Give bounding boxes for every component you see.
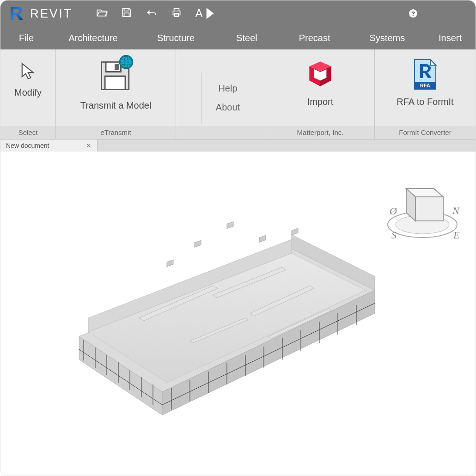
app-window: REVIT A ? File Architecture Str [0,0,476,476]
app-title: REVIT [30,6,73,21]
menu-steel[interactable]: Steel [222,33,285,43]
svg-rect-29 [195,240,201,247]
rfa-file-icon: RFA [409,58,441,91]
document-tab[interactable]: New document ✕ [0,140,98,152]
import-button[interactable] [304,55,337,93]
undo-icon[interactable] [146,6,158,20]
svg-rect-28 [167,260,173,267]
menu-structure[interactable]: Structure [143,33,222,43]
menu-precast[interactable]: Precast [285,33,356,43]
modify-button[interactable] [18,55,38,84]
menu-architecture[interactable]: Architecture [55,33,143,43]
panel-import: Import Matterport, Inc. [266,49,375,139]
transmit-button[interactable] [96,55,136,97]
panel-modify: Modify Select [0,49,56,139]
menu-insert[interactable]: Insert [425,33,466,43]
svg-rect-1 [115,64,119,70]
panel-rfa: RFA RFA to FormIt FormIt Converter [375,49,476,139]
close-icon[interactable]: ✕ [86,142,92,149]
panel-modify-footer: Select [0,126,55,139]
menu-file[interactable]: File [10,33,55,43]
rfa-button[interactable]: RFA [409,55,441,93]
svg-rect-32 [292,228,298,235]
panel-help: Help About [176,49,266,139]
help-button[interactable]: Help [218,83,237,94]
svg-text:RFA: RFA [420,83,430,88]
quick-access-toolbar: A [96,6,216,20]
compass-w: Ø [389,205,397,217]
save-icon[interactable] [121,6,133,20]
import-label: Import [307,97,334,107]
svg-rect-2 [105,76,125,90]
panel-transmit: Transmit a Model eTransmit [56,49,176,139]
titlebar: REVIT A ? [0,0,476,26]
menubar: File Architecture Structure Steel Precas… [0,26,476,49]
matterport-icon [304,58,337,91]
panel-rfa-footer: FormIt Converter [375,126,476,139]
compass-e: E [453,229,460,241]
tab-label: New document [6,142,49,149]
compass-n: N [452,205,460,216]
revit-logo-icon [8,5,24,22]
app-logo: REVIT [8,5,73,22]
ribbon: Modify Select Transmit a Model eTransmit [0,49,476,140]
menu-systems[interactable]: Systems [356,33,424,43]
print-icon[interactable] [171,6,183,20]
viewport[interactable]: N E S Ø [0,152,476,476]
rfa-label: RFA to FormIt [397,97,453,107]
about-button[interactable]: About [216,102,240,113]
svg-rect-30 [227,222,233,229]
panel-import-footer: Matterport, Inc. [266,126,374,139]
document-tabbar: New document ✕ [0,140,476,152]
cursor-icon [18,61,38,82]
help-icon[interactable]: ? [409,9,417,18]
transmit-label: Transmit a Model [80,100,152,111]
text-icon[interactable]: A [195,7,216,20]
open-icon[interactable] [96,6,108,20]
panel-transmit-footer: eTransmit [56,126,176,139]
model-3d[interactable] [51,221,398,415]
modify-label: Modify [14,87,42,98]
panel-help-footer [176,126,266,139]
transmit-floppy-globe-icon [96,55,136,95]
svg-rect-31 [259,235,266,242]
